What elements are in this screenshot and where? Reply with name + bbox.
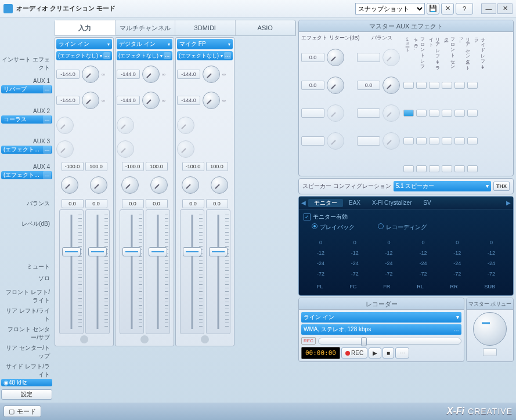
speaker-routing-button[interactable] bbox=[442, 110, 452, 117]
aux1-send-knob[interactable] bbox=[203, 66, 220, 83]
aux-return-knob[interactable] bbox=[327, 49, 344, 66]
monitor-next[interactable]: ▶ bbox=[504, 200, 513, 206]
aux-balance-knob[interactable] bbox=[383, 77, 400, 94]
balance-r-knob[interactable] bbox=[90, 176, 107, 194]
speaker-routing-button[interactable] bbox=[442, 82, 452, 89]
speaker-routing-button[interactable] bbox=[442, 137, 452, 144]
speaker-routing-button[interactable] bbox=[429, 82, 439, 89]
fader-l[interactable] bbox=[180, 209, 204, 334]
aux-return-knob[interactable] bbox=[327, 77, 344, 94]
aux1-effect-button[interactable]: リバーブ… bbox=[1, 85, 52, 93]
monitor-tab-monitor[interactable]: モニター bbox=[308, 199, 343, 207]
fader-r[interactable] bbox=[146, 209, 170, 334]
speaker-routing-button[interactable] bbox=[416, 165, 427, 172]
speaker-routing-button[interactable] bbox=[467, 82, 478, 89]
help-button[interactable]: ? bbox=[456, 3, 473, 15]
transport-extra-button[interactable]: ⋯ bbox=[395, 347, 409, 359]
monitor-prev[interactable]: ◀ bbox=[299, 200, 308, 206]
speaker-routing-button[interactable] bbox=[403, 110, 414, 117]
master-mute-button[interactable] bbox=[483, 348, 497, 356]
fader-l[interactable] bbox=[120, 209, 144, 334]
speaker-routing-button[interactable] bbox=[454, 137, 465, 144]
fader-r[interactable] bbox=[85, 209, 110, 334]
channel-source-select[interactable]: マイク FP▾ bbox=[177, 39, 233, 49]
speaker-routing-button[interactable] bbox=[403, 165, 414, 172]
delete-snapshot-button[interactable]: ✕ bbox=[441, 3, 454, 15]
aux2-send-knob[interactable] bbox=[82, 92, 99, 109]
speaker-routing-button[interactable] bbox=[454, 82, 465, 89]
aux1-send-knob[interactable] bbox=[142, 66, 160, 83]
aux2-send-knob[interactable] bbox=[203, 92, 220, 109]
channel-source-select[interactable]: ライン イン▾ bbox=[56, 39, 112, 49]
aux4-send-knob[interactable] bbox=[56, 140, 74, 158]
tab-3dmidi[interactable]: 3DMIDI bbox=[175, 20, 236, 35]
aux3-send-knob[interactable] bbox=[56, 117, 74, 134]
speaker-routing-button[interactable] bbox=[416, 82, 427, 89]
thx-button[interactable]: THX bbox=[493, 182, 510, 191]
channel-source-select[interactable]: デジタル イン▾ bbox=[117, 39, 172, 49]
aux4-send-knob[interactable] bbox=[117, 140, 134, 158]
recorder-source-select[interactable]: ライン イン▾ bbox=[301, 312, 461, 323]
speaker-routing-button[interactable] bbox=[454, 165, 465, 172]
playback-radio[interactable]: プレイバック bbox=[312, 223, 355, 231]
channel-fx-select[interactable]: (エフェクトなし)▾… bbox=[177, 51, 233, 60]
aux-balance-knob[interactable] bbox=[383, 49, 400, 66]
channel-fx-select[interactable]: (エフェクトなし)▾… bbox=[56, 51, 112, 60]
aux-return-knob[interactable] bbox=[327, 104, 344, 122]
speaker-routing-button[interactable] bbox=[467, 110, 478, 117]
monitor-tab-eax[interactable]: EAX bbox=[343, 200, 366, 206]
samplerate-button[interactable]: ◉ 48 kHz bbox=[1, 379, 52, 386]
aux2-send-knob[interactable] bbox=[142, 92, 160, 109]
close-button[interactable]: ✕ bbox=[497, 3, 513, 14]
tab-multichannel[interactable]: マルチチャンネル Wave bbox=[116, 20, 176, 35]
master-volume-knob[interactable] bbox=[473, 312, 507, 346]
balance-r-knob[interactable] bbox=[211, 176, 228, 194]
recording-radio[interactable]: レコーディング bbox=[378, 223, 427, 231]
aux3-effect-button[interactable]: (エフェクト...… bbox=[1, 146, 52, 154]
link-lock-icon[interactable] bbox=[140, 335, 149, 343]
aux2-effect-button[interactable]: コーラス… bbox=[1, 115, 52, 124]
aux-balance-knob[interactable] bbox=[383, 104, 400, 122]
speaker-routing-button[interactable] bbox=[403, 82, 414, 89]
speaker-routing-button[interactable] bbox=[429, 110, 439, 117]
fader-l[interactable] bbox=[59, 209, 84, 334]
monitor-enable-checkbox[interactable]: ✓ bbox=[304, 213, 311, 220]
speaker-routing-button[interactable] bbox=[467, 165, 478, 172]
record-button[interactable]: REC bbox=[341, 347, 367, 359]
aux4-send-knob[interactable] bbox=[177, 140, 194, 158]
balance-l-knob[interactable] bbox=[121, 176, 139, 194]
speaker-routing-button[interactable] bbox=[429, 137, 439, 144]
recorder-level-slider[interactable] bbox=[318, 338, 461, 345]
speaker-routing-button[interactable] bbox=[454, 110, 465, 117]
monitor-tab-crystalizer[interactable]: X-Fi Crystalizer bbox=[366, 200, 417, 206]
mode-button[interactable]: ▢ モード bbox=[3, 405, 41, 417]
aux1-send-knob[interactable] bbox=[82, 66, 99, 83]
link-lock-icon[interactable] bbox=[80, 335, 88, 343]
save-snapshot-button[interactable]: 💾 bbox=[427, 3, 439, 15]
settings-button[interactable]: 設定 bbox=[1, 389, 52, 400]
balance-r-knob[interactable] bbox=[150, 176, 168, 194]
minimize-button[interactable]: — bbox=[481, 3, 496, 14]
play-button[interactable]: ▶ bbox=[369, 347, 381, 359]
aux-balance-knob[interactable] bbox=[383, 132, 400, 150]
speaker-config-select[interactable]: 5.1 スピーカー▾ bbox=[394, 181, 491, 191]
balance-l-knob[interactable] bbox=[182, 176, 199, 194]
tab-asio[interactable]: ASIO bbox=[236, 20, 296, 35]
fader-r[interactable] bbox=[206, 209, 230, 334]
balance-l-knob[interactable] bbox=[61, 176, 78, 194]
aux4-effect-button[interactable]: (エフェクト...… bbox=[1, 171, 52, 179]
speaker-routing-button[interactable] bbox=[467, 137, 478, 144]
tab-input[interactable]: 入力 bbox=[55, 20, 116, 35]
speaker-routing-button[interactable] bbox=[429, 165, 439, 172]
speaker-routing-button[interactable] bbox=[416, 110, 427, 117]
stop-button[interactable]: ■ bbox=[383, 347, 394, 359]
speaker-routing-button[interactable] bbox=[416, 137, 427, 144]
snapshot-select[interactable]: スナップショット bbox=[355, 3, 425, 15]
link-lock-icon[interactable] bbox=[201, 335, 209, 343]
aux-return-knob[interactable] bbox=[327, 132, 344, 150]
speaker-routing-button[interactable] bbox=[403, 137, 414, 144]
recorder-format-select[interactable]: WMA, ステレオ, 128 kbps… bbox=[301, 324, 461, 335]
speaker-routing-button[interactable] bbox=[442, 165, 452, 172]
aux3-send-knob[interactable] bbox=[177, 117, 194, 134]
monitor-tab-sv[interactable]: SV bbox=[417, 200, 436, 206]
